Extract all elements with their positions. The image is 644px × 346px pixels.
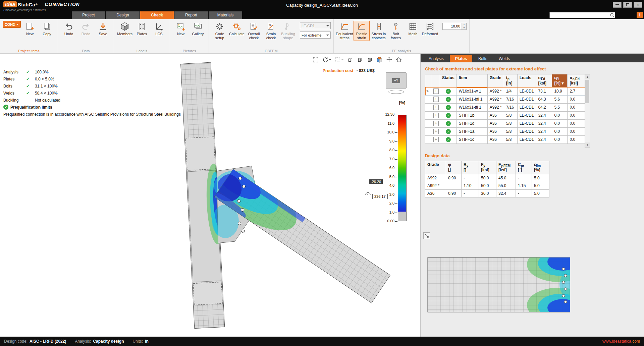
ribbon-group-pictures: New Gallery Pictures <box>170 19 209 53</box>
design-table-row[interactable]: A992 0.90 - 50.0 45.0 - 5.0 <box>425 174 549 182</box>
cell-eps-pl: 0.0 <box>552 127 568 135</box>
expand-row-button[interactable]: + <box>433 121 439 126</box>
summary-name: Bolts <box>3 84 26 89</box>
member-cube-icon <box>120 22 129 31</box>
supports-toggle-button[interactable] <box>385 56 393 64</box>
bolt-icon <box>391 22 400 31</box>
minimize-button[interactable] <box>613 2 622 8</box>
check-table-row[interactable]: + ✓ STIFF1a A36 5/8 LE-CD1 32.4 0.0 0.0 <box>425 127 585 135</box>
gallery-button[interactable]: Gallery <box>190 21 206 37</box>
table-scrollbar[interactable]: ▲ ▼ <box>585 74 590 148</box>
mesh-grid-icon <box>408 22 418 31</box>
tab-plates[interactable]: Plates <box>450 55 472 62</box>
info-button[interactable]: i <box>637 12 643 18</box>
connection-selector-button[interactable]: CON2 <box>3 21 21 28</box>
fe-model-3d[interactable] <box>0 54 420 337</box>
maximize-button[interactable] <box>623 2 632 8</box>
expand-row-button[interactable]: + <box>433 97 439 102</box>
design-table-row[interactable]: A36 0.90 - 36.0 32.4 - 5.0 <box>425 189 549 197</box>
save-button[interactable]: Save <box>95 21 111 37</box>
contour-legend: [%] 12.3011.010.09.08.07.06.05.04.03.02.… <box>375 101 409 235</box>
shaded-view-button[interactable] <box>366 56 373 64</box>
tab-report[interactable]: Report <box>174 11 208 19</box>
deformed-scale-stepper[interactable]: 10.00 ▲▼ <box>442 23 467 30</box>
spin-down-icon[interactable]: ▼ <box>462 26 466 30</box>
copy-item-button[interactable]: Copy <box>39 21 55 37</box>
buckling-shape-button[interactable]: Buckling shape <box>280 21 296 41</box>
tab-analysis[interactable]: Analysis <box>423 55 449 62</box>
tab-bolts[interactable]: Bolts <box>473 55 493 62</box>
expand-row-button[interactable]: + <box>433 105 439 110</box>
wireframe-view-button[interactable] <box>346 56 354 64</box>
search-input[interactable] <box>550 13 609 17</box>
cell-eps-pl: 5.5 <box>552 103 568 111</box>
cell-eps-lim: 5.0 <box>532 174 549 182</box>
section-tool-button[interactable] <box>334 56 344 64</box>
calculate-button[interactable]: Calculate <box>229 21 245 37</box>
plates-labels-button[interactable]: Plates <box>134 21 150 37</box>
plastic-strain-button[interactable]: Plastic strain <box>354 21 370 41</box>
cell-phi: 0.90 <box>446 174 462 182</box>
extreme-filter-dropdown[interactable]: For extreme <box>300 32 331 39</box>
strain-check-icon: % <box>266 22 276 31</box>
expand-row-button[interactable]: + <box>433 89 439 94</box>
tab-check[interactable]: Check <box>140 11 174 19</box>
spin-up-icon[interactable]: ▲ <box>462 23 466 26</box>
strain-check-button[interactable]: % Strain check <box>263 21 279 41</box>
expand-row-button[interactable]: + <box>433 137 439 142</box>
tab-welds[interactable]: Welds <box>493 55 515 62</box>
check-table-row[interactable]: > + ✓ W16x31-w 1 A992 * 1/4 LE-CD1 73.1 … <box>425 87 585 95</box>
lcs-labels-button[interactable]: LCS <box>151 21 167 37</box>
website-link[interactable]: www.ideastatica.com <box>602 339 640 344</box>
design-table-row[interactable]: A992 * - 1.10 50.0 55.0 1.15 5.0 <box>425 182 549 189</box>
cell-cpr: - <box>516 174 532 182</box>
model-viewport[interactable]: Analysis ✓ 100.0% Plates ✓ 0.0 < 5.0% Bo… <box>0 54 420 337</box>
mesh-button[interactable]: Mesh <box>405 21 421 37</box>
fit-view-button[interactable] <box>312 56 319 64</box>
status-ok-icon: ✓ <box>446 129 451 134</box>
check-table-row[interactable]: + ✓ STIFF1b A36 5/8 LE-CD1 32.4 0.0 0.0 <box>425 111 585 119</box>
new-project-item-button[interactable]: New <box>22 21 38 37</box>
new-picture-button[interactable]: New <box>173 21 189 37</box>
scroll-up-icon[interactable]: ▲ <box>585 74 590 79</box>
load-effect-dropdown[interactable]: LE-CD1 <box>300 22 331 29</box>
hidden-line-view-button[interactable] <box>356 56 364 64</box>
check-table-row[interactable]: + ✓ STIFF1d A36 5/8 LE-CD1 32.4 0.0 0.0 <box>425 119 585 127</box>
scrollbar-thumb[interactable] <box>585 80 589 103</box>
deformed-button[interactable]: Deformed <box>422 21 438 37</box>
rotate-view-button[interactable] <box>322 56 332 64</box>
stress-in-contacts-button[interactable]: Stress in contacts <box>371 21 387 41</box>
cell-grade: A992 * <box>487 87 504 95</box>
tab-project[interactable]: Project <box>72 11 105 19</box>
undo-button[interactable]: Undo <box>61 21 77 37</box>
check-table-row[interactable]: + ✓ W16x31-bfl 1 A992 * 7/16 LE-CD1 64.3… <box>425 95 585 103</box>
orbit-ring[interactable] <box>388 90 404 94</box>
cell-grade: A36 <box>425 189 446 197</box>
ribbon-spacer <box>470 19 644 53</box>
view-cube[interactable]: +Y <box>386 72 407 89</box>
expand-view-button[interactable] <box>423 232 430 239</box>
code-setup-button[interactable]: Code setup <box>212 21 228 41</box>
expand-row-button[interactable]: + <box>433 129 439 134</box>
redo-button[interactable]: Redo <box>78 21 94 37</box>
bolt-forces-button[interactable]: Bolt forces <box>388 21 404 41</box>
cell-item: W16x31-bfl 1 <box>457 95 487 103</box>
members-labels-button[interactable]: Members <box>117 21 133 37</box>
tab-materials[interactable]: Materials <box>209 11 242 19</box>
tab-design[interactable]: Design <box>106 11 140 19</box>
expand-row-button[interactable]: + <box>433 113 439 118</box>
plate-detail-view[interactable] <box>427 257 570 312</box>
home-view-button[interactable] <box>395 56 402 64</box>
cell-sigma-c-ed: 0.0 <box>568 127 585 135</box>
overall-check-button[interactable]: % Overall check <box>246 21 262 41</box>
check-table-row[interactable]: + ✓ STIFF1c A36 5/8 LE-CD1 32.4 0.0 0.0 <box>425 135 585 143</box>
check-table-row[interactable]: + ✓ W16x31-tfl 1 A992 * 7/16 LE-CD1 64.2… <box>425 103 585 111</box>
render-mode-button[interactable] <box>376 56 383 64</box>
ribbon-group-fe-analysis: Equivalent stress Plastic strain Stress … <box>334 19 470 53</box>
scroll-down-icon[interactable]: ▼ <box>585 142 590 148</box>
equivalent-stress-button[interactable]: Equivalent stress <box>336 21 353 41</box>
close-button[interactable]: × <box>634 2 642 8</box>
design-data-table: Grade φ[] Ry[] Fy[ksi] Fy,FEM[ksi] Cpr[-… <box>425 161 549 197</box>
summary-value: 0.0 < 5.0% <box>35 77 54 81</box>
search-icon[interactable] <box>609 12 615 18</box>
